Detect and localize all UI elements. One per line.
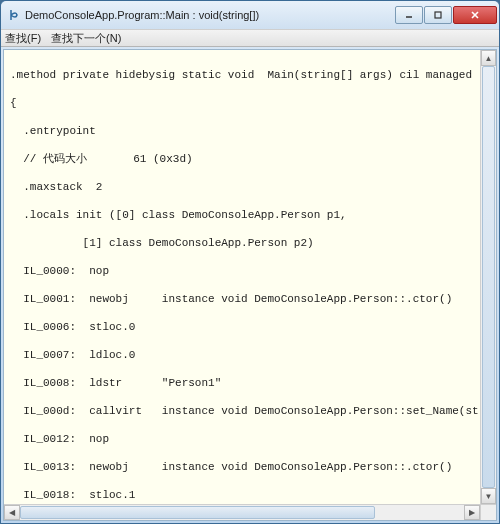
window-buttons xyxy=(395,6,497,24)
scroll-left-arrow-icon[interactable]: ◀ xyxy=(4,505,20,520)
code-line: .locals init ([0] class DemoConsoleApp.P… xyxy=(10,208,490,222)
code-line: IL_0008: ldstr "Person1" xyxy=(10,376,490,390)
app-icon xyxy=(7,8,21,22)
code-line: .method private hidebysig static void Ma… xyxy=(10,68,490,82)
close-button[interactable] xyxy=(453,6,497,24)
scroll-corner xyxy=(480,504,496,520)
content-area: .method private hidebysig static void Ma… xyxy=(3,49,497,521)
code-line: IL_0000: nop xyxy=(10,264,490,278)
code-line: .maxstack 2 xyxy=(10,180,490,194)
window-title: DemoConsoleApp.Program::Main : void(stri… xyxy=(25,9,395,21)
scroll-up-arrow-icon[interactable]: ▲ xyxy=(481,50,496,66)
minimize-button[interactable] xyxy=(395,6,423,24)
code-line: IL_0012: nop xyxy=(10,432,490,446)
code-view[interactable]: .method private hidebysig static void Ma… xyxy=(4,50,496,521)
scroll-right-arrow-icon[interactable]: ▶ xyxy=(464,505,480,520)
scroll-track[interactable] xyxy=(20,505,464,520)
maximize-button[interactable] xyxy=(424,6,452,24)
menu-find-next[interactable]: 查找下一个(N) xyxy=(51,31,121,46)
scroll-track[interactable] xyxy=(481,66,496,488)
scroll-thumb[interactable] xyxy=(482,66,495,488)
code-line: // 代码大小 61 (0x3d) xyxy=(10,152,490,166)
code-line: IL_000d: callvirt instance void DemoCons… xyxy=(10,404,490,418)
code-line: .entrypoint xyxy=(10,124,490,138)
titlebar[interactable]: DemoConsoleApp.Program::Main : void(stri… xyxy=(1,1,499,29)
toolbar: 查找(F) 查找下一个(N) xyxy=(1,29,499,47)
code-line: IL_0006: stloc.0 xyxy=(10,320,490,334)
horizontal-scrollbar[interactable]: ◀ ▶ xyxy=(4,504,480,520)
code-line: IL_0007: ldloc.0 xyxy=(10,348,490,362)
code-line: [1] class DemoConsoleApp.Person p2) xyxy=(10,236,490,250)
vertical-scrollbar[interactable]: ▲ ▼ xyxy=(480,50,496,504)
scroll-thumb[interactable] xyxy=(20,506,375,519)
code-line: { xyxy=(10,96,490,110)
code-line: IL_0018: stloc.1 xyxy=(10,488,490,502)
menu-find[interactable]: 查找(F) xyxy=(5,31,41,46)
scroll-down-arrow-icon[interactable]: ▼ xyxy=(481,488,496,504)
svg-rect-1 xyxy=(435,12,441,18)
code-line: IL_0013: newobj instance void DemoConsol… xyxy=(10,460,490,474)
code-line: IL_0001: newobj instance void DemoConsol… xyxy=(10,292,490,306)
window: DemoConsoleApp.Program::Main : void(stri… xyxy=(0,0,500,524)
